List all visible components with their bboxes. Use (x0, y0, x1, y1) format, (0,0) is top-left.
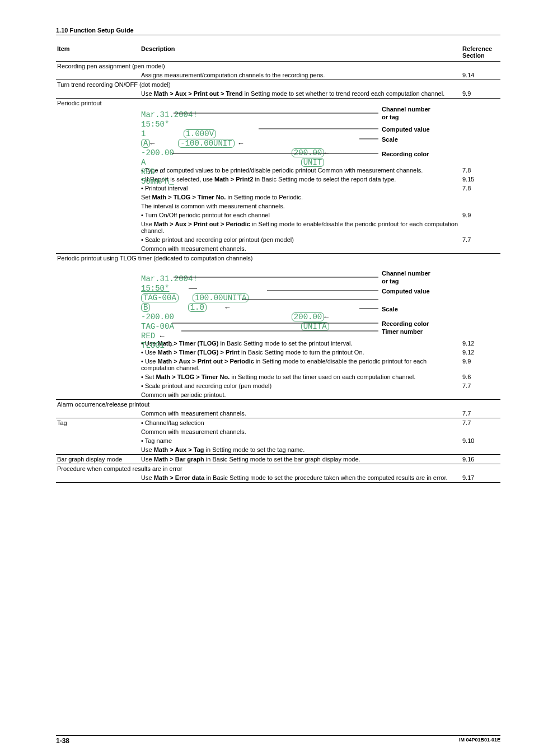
tag-r2: 9.10 (461, 436, 500, 445)
lbl-timer-number: Timer number (382, 328, 423, 335)
periodic-r1: 7.8 (461, 166, 500, 175)
tlog-r1: 9.12 (461, 339, 500, 348)
periodic-b5s: Common with measurement channels. (140, 244, 461, 254)
lbl-scale2: Scale (382, 305, 398, 313)
err-desc: Use Math > Error data in Basic Setting m… (140, 473, 461, 483)
lbl-channel: Channel numberor tag (382, 105, 430, 121)
alarm-desc: Common with measurement channels. (140, 409, 461, 418)
lbl-computed2: Computed value (382, 287, 430, 295)
periodic-r2: 9.15 (461, 175, 500, 184)
row-bar-item: Bar graph display mode (56, 455, 140, 464)
trend-ref: 9.9 (461, 89, 500, 99)
lbl-recording-color2: Recording color (382, 320, 429, 328)
tlog-b5s: Common with periodic printout. (140, 390, 461, 400)
tag-b2: Tag name (140, 436, 461, 445)
tlog-b4: Set Math > TLOG > Timer No. in Setting m… (140, 372, 461, 381)
tag-r1: 7.7 (461, 418, 500, 428)
row-tlog-item: Periodic printout using TLOG timer (dedi… (56, 254, 500, 263)
tag-b1: Channel/tag selection (140, 418, 461, 428)
err-ref: 9.17 (461, 473, 500, 483)
col-ref: Reference Section (461, 43, 500, 62)
tlog-r4: 9.6 (461, 372, 500, 381)
periodic-r5: 7.7 (461, 235, 500, 244)
tag-b2s: Use Math > Aux > Tag in Setting mode to … (140, 445, 461, 455)
bar-desc: Use Math > Bar graph in Basic Setting mo… (140, 455, 461, 464)
row-rec-pen-item: Recording pen assignment (pen model) (56, 62, 500, 71)
trend-desc: Use Math > Aux > Print out > Trend in Se… (140, 89, 461, 99)
lbl-computed: Computed value (382, 125, 430, 133)
function-table: Item Description Reference Section Recor… (56, 43, 500, 483)
figure-periodic: Mar.31.2004! 15:50* 1 1.000V A← -100.00U… (141, 101, 499, 162)
lbl-scale: Scale (382, 136, 398, 143)
row-err-item: Procedure when computed results are in e… (56, 464, 500, 474)
row-trend-item: Turn trend recording ON/OFF (dot model) (56, 80, 500, 90)
row-tag-item: Tag (56, 418, 140, 428)
tlog-r5: 7.7 (461, 381, 500, 390)
rec-pen-desc: Assigns measurement/computation channels… (140, 71, 461, 80)
rec-pen-ref: 9.14 (461, 71, 500, 80)
lbl-recording-color: Recording color (382, 150, 429, 158)
tag-b1s: Common with measurement channels. (140, 427, 461, 436)
tlog-r3: 9.9 (461, 357, 500, 372)
row-periodic-item: Periodic printout (56, 99, 140, 166)
alarm-ref: 7.7 (461, 409, 500, 418)
figure-tlog: Mar.31.2004! 15:50* TAG-00A 100.00UNITA … (141, 265, 499, 335)
periodic-b5: Scale printout and recording color print… (140, 235, 461, 244)
periodic-b4: Turn On/Off periodic printout for each c… (140, 211, 461, 220)
periodic-r3: 7.8 (461, 184, 500, 193)
periodic-b3s2: The interval is common with measurement … (140, 202, 461, 211)
row-alarm-item: Alarm occurrence/release printout (56, 400, 500, 409)
periodic-b4s: Use Math > Aux > Print out > Periodic in… (140, 220, 461, 235)
lbl-channel2: Channel numberor tag (382, 269, 430, 285)
bar-ref: 9.16 (461, 455, 500, 464)
tlog-b5: Scale printout and recording color (pen … (140, 381, 461, 390)
periodic-b3s1: Set Math > TLOG > Timer No. in Setting m… (140, 193, 461, 202)
col-item: Item (56, 43, 140, 62)
col-desc: Description (140, 43, 461, 62)
periodic-r4: 9.9 (461, 211, 500, 220)
tlog-r2: 9.12 (461, 348, 500, 357)
section-header: 1.10 Function Setup Guide (56, 27, 500, 35)
tlog-b3: Use Math > Aux > Print out > Periodic in… (140, 357, 461, 372)
